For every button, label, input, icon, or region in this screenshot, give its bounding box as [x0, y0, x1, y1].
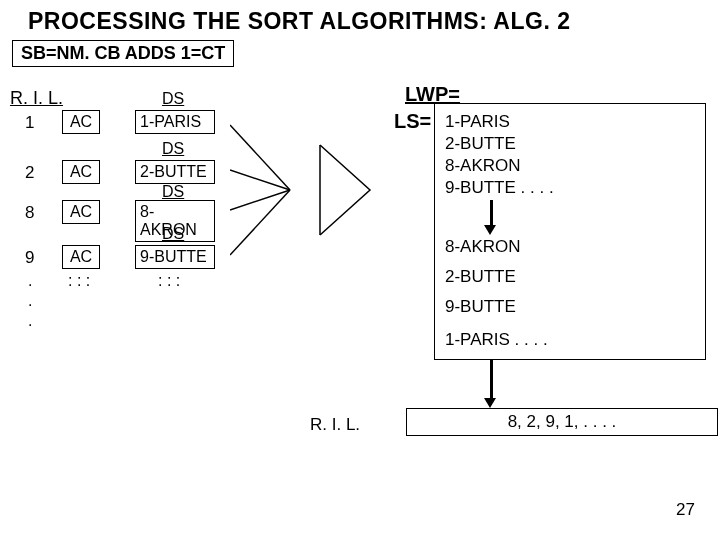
ds-label-1: DS	[162, 90, 184, 108]
ril-dot-2: .	[28, 292, 32, 310]
ril-dot-3: .	[28, 312, 32, 330]
ril-num-2: 2	[25, 163, 34, 183]
ls-line-3: 8-AKRON	[445, 156, 521, 176]
sorted-line-3: 9-BUTTE	[445, 297, 516, 317]
ds-box-2: 2-BUTTE	[135, 160, 215, 184]
arrow-down-icon-2	[488, 360, 496, 408]
merge-arrow-icon	[230, 115, 390, 285]
ril-num-1: 1	[25, 113, 34, 133]
ds-dots: : : :	[158, 272, 180, 290]
ac-box-9: AC	[62, 245, 100, 269]
ac-dots: : : :	[68, 272, 90, 290]
ds-box-1: 1-PARIS	[135, 110, 215, 134]
page-number: 27	[676, 500, 695, 520]
ril-num-8: 8	[25, 203, 34, 223]
ac-box-2: AC	[62, 160, 100, 184]
ls-line-1: 1-PARIS	[445, 112, 510, 132]
sorted-line-4: 1-PARIS . . . .	[445, 330, 548, 350]
ril-num-9: 9	[25, 248, 34, 268]
ls-line-4: 9-BUTTE . . . .	[445, 178, 554, 198]
result-box: 8, 2, 9, 1, . . . .	[406, 408, 718, 436]
ril-label: R. I. L.	[10, 88, 63, 109]
ls-label: LS=	[394, 110, 431, 133]
sorted-line-2: 2-BUTTE	[445, 267, 516, 287]
ril-dot-1: .	[28, 272, 32, 290]
ds-label-8: DS	[162, 183, 184, 201]
subtitle-box: SB=NM. CB ADDS 1=CT	[12, 40, 234, 67]
ds-box-9: 9-BUTTE	[135, 245, 215, 269]
page-title: PROCESSING THE SORT ALGORITHMS: ALG. 2	[28, 8, 571, 35]
ac-box-1: AC	[62, 110, 100, 134]
ds-label-2: DS	[162, 140, 184, 158]
ds-label-9: DS	[162, 225, 184, 243]
ac-box-8: AC	[62, 200, 100, 224]
ls-line-2: 2-BUTTE	[445, 134, 516, 154]
ril2-label: R. I. L.	[310, 415, 360, 435]
sorted-line-1: 8-AKRON	[445, 237, 521, 257]
arrow-down-icon-1	[488, 200, 496, 235]
